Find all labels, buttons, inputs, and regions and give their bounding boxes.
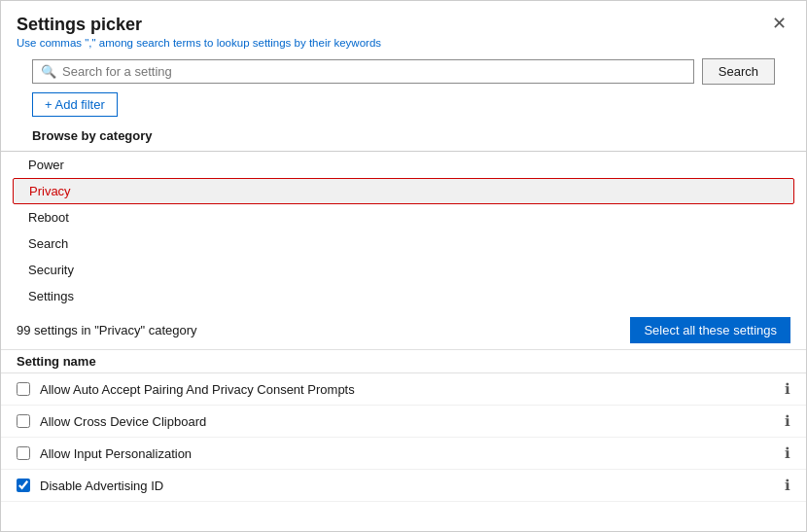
setting-name-4: Disable Advertising ID [40,479,777,493]
search-icon: 🔍 [41,64,56,79]
category-item-settings[interactable]: Settings [1,283,806,307]
close-button[interactable]: ✕ [766,13,792,34]
select-all-button[interactable]: Select all these settings [630,317,790,343]
search-button[interactable]: Search [702,58,775,85]
dialog-subtitle: Use commas "," among search terms to loo… [17,37,790,49]
results-count: 99 settings in "Privacy" category [17,323,197,337]
add-filter-button[interactable]: + Add filter [32,92,118,117]
results-header: 99 settings in "Privacy" category Select… [1,307,806,350]
setting-checkbox-4[interactable] [17,479,30,492]
setting-checkbox-3[interactable] [17,446,30,460]
browse-label: Browse by category [17,124,790,147]
category-item-reboot[interactable]: Reboot [1,204,806,231]
info-icon-3[interactable]: ℹ [785,444,790,462]
settings-picker-dialog: Settings picker Use commas "," among sea… [0,0,807,532]
table-row: Disable Advertising ID ℹ [1,470,806,502]
bottom-section: 99 settings in "Privacy" category Select… [1,307,806,531]
setting-checkbox-2[interactable] [17,414,30,428]
setting-name-3: Allow Input Personalization [40,446,777,461]
category-list: Power Privacy Reboot Search Security Set… [1,152,806,307]
settings-column-header: Setting name [1,350,806,373]
setting-name-1: Allow Auto Accept Pairing And Privacy Co… [40,382,777,397]
settings-list: Allow Auto Accept Pairing And Privacy Co… [1,373,806,531]
table-row: Allow Cross Device Clipboard ℹ [1,406,806,438]
setting-checkbox-1[interactable] [17,382,30,396]
dialog-header: Settings picker Use commas "," among sea… [1,1,806,152]
table-row: Allow Input Personalization ℹ [1,438,806,470]
category-item-power[interactable]: Power [1,152,806,178]
table-row: Allow Auto Accept Pairing And Privacy Co… [1,373,806,406]
search-input-wrapper: 🔍 [32,59,694,84]
category-item-search[interactable]: Search [1,231,806,257]
add-filter-row: + Add filter [17,92,790,124]
category-item-security[interactable]: Security [1,257,806,283]
info-icon-2[interactable]: ℹ [785,412,790,430]
setting-name-2: Allow Cross Device Clipboard [40,414,777,429]
search-row: 🔍 Search [17,58,790,92]
category-item-privacy[interactable]: Privacy [13,178,794,204]
info-icon-1[interactable]: ℹ [785,380,790,398]
info-icon-4[interactable]: ℹ [785,477,790,494]
dialog-title: Settings picker [17,15,790,35]
search-input[interactable] [62,64,685,79]
